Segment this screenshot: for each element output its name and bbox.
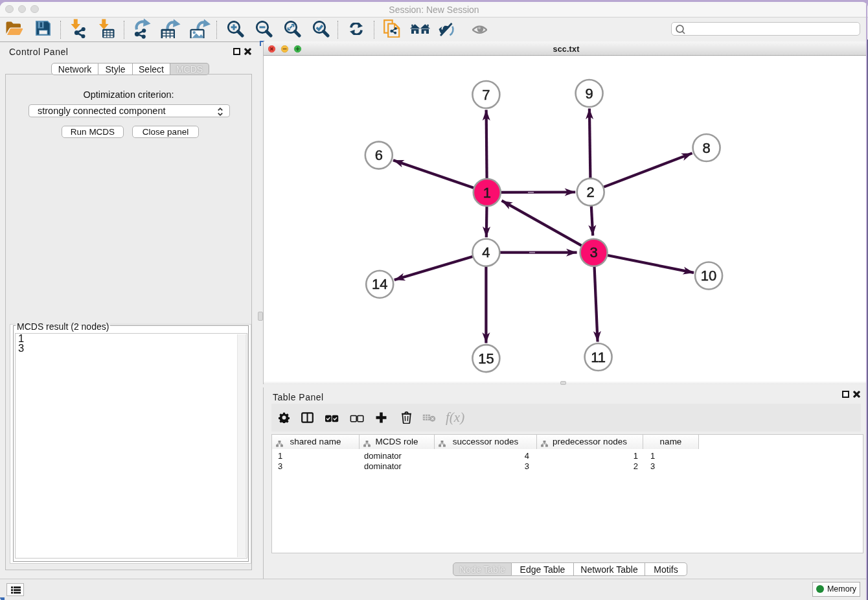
svg-text:6: 6 [375,147,383,163]
svg-text:3: 3 [589,244,597,260]
svg-text:10: 10 [701,268,716,284]
svg-text:11: 11 [591,349,606,365]
svg-text:4: 4 [482,244,490,260]
svg-text:15: 15 [478,351,494,367]
svg-text:2: 2 [587,184,595,200]
svg-text:8: 8 [702,140,710,156]
svg-text:1: 1 [483,185,491,201]
svg-text:7: 7 [482,87,490,103]
svg-text:9: 9 [585,86,593,102]
svg-text:14: 14 [372,276,387,292]
